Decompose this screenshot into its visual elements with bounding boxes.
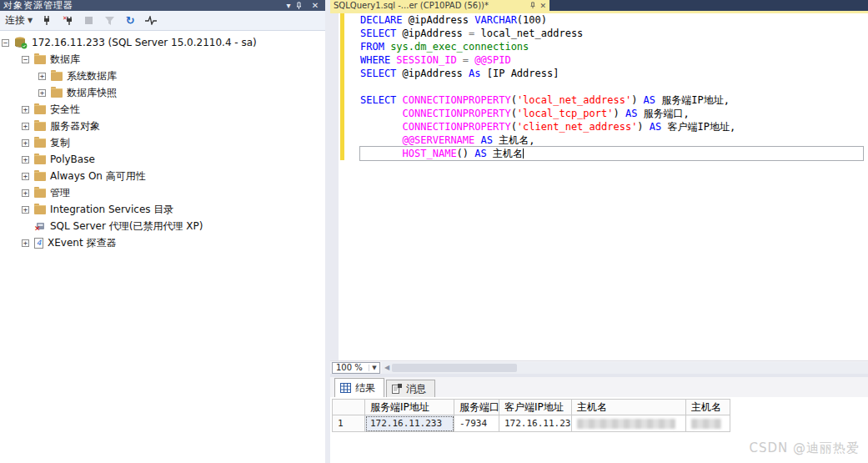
code-line[interactable]: CONNECTIONPROPERTY('local_tcp_port') AS … bbox=[360, 107, 863, 120]
expand-icon[interactable]: + bbox=[22, 173, 29, 180]
tree-item-label: 数据库快照 bbox=[67, 86, 117, 100]
stop-connection-icon[interactable]: ✕ bbox=[61, 14, 74, 28]
object-explorer-title: 对象资源管理器 bbox=[3, 0, 282, 11]
tree-item[interactable]: +数据库快照 bbox=[0, 84, 325, 101]
sql-code-editor[interactable]: DECLARE @ipAddress VARCHAR(100)SELECT @i… bbox=[330, 13, 868, 360]
server-icon bbox=[14, 37, 28, 48]
tab-messages-label: 消息 bbox=[406, 382, 426, 396]
code-line[interactable]: SELECT CONNECTIONPROPERTY('local_net_add… bbox=[360, 93, 863, 107]
object-explorer-toolbar: 连接▼ ✕ ↻ bbox=[0, 11, 325, 31]
tree-item[interactable]: +PolyBase bbox=[0, 151, 325, 168]
code-token: DECLARE bbox=[360, 14, 403, 26]
svg-text:✕: ✕ bbox=[34, 224, 41, 232]
code-token: 'client_net_address' bbox=[517, 121, 638, 133]
grid-column-header[interactable]: 客户端IP地址 bbox=[499, 399, 572, 415]
tree-item[interactable]: +4XEvent 探查器 bbox=[0, 234, 325, 251]
horizontal-scrollbar[interactable]: ◀ bbox=[382, 362, 868, 374]
tree-item[interactable]: +Always On 高可用性 bbox=[0, 168, 325, 184]
grid-column-header[interactable]: 服务端口 bbox=[454, 399, 499, 415]
expand-icon[interactable]: + bbox=[38, 89, 46, 97]
grid-column-header[interactable]: 服务端IP地址 bbox=[365, 399, 454, 415]
close-icon[interactable]: ✕ bbox=[309, 1, 322, 11]
server-node[interactable]: − 172.16.11.233 (SQL Server 15.0.2110.4 … bbox=[0, 34, 325, 51]
tab-results-label: 结果 bbox=[355, 381, 375, 395]
code-line[interactable]: @@SERVERNAME AS 主机名, bbox=[360, 133, 863, 147]
activity-monitor-icon[interactable] bbox=[144, 14, 158, 28]
xevent-icon: 4 bbox=[34, 238, 43, 249]
tree-item[interactable]: +系统数据库 bbox=[0, 68, 325, 84]
code-line[interactable]: CONNECTIONPROPERTY('client_net_address')… bbox=[360, 120, 863, 133]
tree-item[interactable]: ✕SQL Server 代理(已禁用代理 XP) bbox=[0, 218, 325, 234]
code-token: (100) bbox=[517, 14, 547, 26]
connect-button[interactable]: 连接▼ bbox=[5, 13, 33, 28]
collapse-icon[interactable]: − bbox=[22, 56, 29, 63]
tree-item[interactable]: +复制 bbox=[0, 134, 325, 151]
grid-cell[interactable]: 172.16.11.233 bbox=[365, 415, 454, 432]
code-line[interactable]: DECLARE @ipAddress VARCHAR(100) bbox=[360, 13, 863, 27]
code-line[interactable]: FROM sys.dm_exec_connections bbox=[360, 40, 863, 53]
grid-column-header[interactable]: 主机名 bbox=[572, 399, 686, 415]
tab-title: SQLQuery1.sql -...er (CP10PAD (56))* bbox=[334, 1, 526, 10]
query-document-tab[interactable]: SQLQuery1.sql -...er (CP10PAD (56))* ✕ bbox=[330, 0, 549, 11]
tree-item[interactable]: +管理 bbox=[0, 184, 325, 201]
code-line[interactable]: SELECT @ipAddress As [IP Address] bbox=[360, 67, 863, 80]
expand-icon[interactable]: + bbox=[22, 189, 29, 197]
filter-icon bbox=[103, 14, 116, 28]
code-token: AS bbox=[625, 108, 637, 119]
code-line[interactable]: WHERE SESSION_ID = @@SPID bbox=[360, 53, 863, 67]
close-icon[interactable]: ✕ bbox=[539, 2, 546, 10]
grid-cell[interactable]: -7934 bbox=[454, 415, 499, 432]
tree-item-label: 服务器对象 bbox=[50, 119, 100, 133]
redacted-value bbox=[577, 419, 675, 429]
folder-icon bbox=[34, 138, 46, 148]
expand-icon[interactable]: + bbox=[22, 106, 29, 113]
grid-cell[interactable]: 172.16.11.233 bbox=[499, 415, 572, 432]
sql-code[interactable]: DECLARE @ipAddress VARCHAR(100)SELECT @i… bbox=[360, 13, 863, 160]
grid-column-header[interactable]: 主机名 bbox=[686, 399, 730, 415]
tree-item[interactable]: +服务器对象 bbox=[0, 118, 325, 134]
redacted-value bbox=[691, 419, 721, 429]
disconnect-icon[interactable] bbox=[40, 14, 53, 28]
expand-icon[interactable]: + bbox=[22, 156, 29, 164]
tab-results[interactable]: 结果 bbox=[334, 378, 384, 397]
window-position-menu-icon[interactable]: ▾ bbox=[282, 1, 295, 11]
code-token bbox=[360, 121, 403, 133]
expand-icon[interactable]: + bbox=[22, 239, 29, 247]
results-grid[interactable]: 服务端IP地址服务端口客户端IP地址主机名主机名1172.16.11.233-7… bbox=[332, 399, 868, 432]
code-token: FROM bbox=[360, 41, 384, 53]
expand-icon[interactable]: + bbox=[38, 73, 46, 80]
tree-item[interactable]: +Integration Services 目录 bbox=[0, 201, 325, 218]
expand-icon[interactable]: + bbox=[22, 139, 29, 147]
code-token: sys.dm_exec_connections bbox=[390, 41, 529, 53]
code-token bbox=[457, 54, 463, 66]
folder-icon bbox=[34, 172, 46, 181]
scroll-left-icon[interactable]: ◀ bbox=[382, 364, 392, 371]
pin-icon[interactable] bbox=[295, 2, 309, 10]
zoom-level-select[interactable]: 100 % ▼ bbox=[332, 362, 380, 374]
grid-row-number[interactable]: 1 bbox=[332, 415, 365, 432]
code-line[interactable]: SELECT @ipAddress = local_net_address bbox=[360, 27, 863, 40]
tab-messages[interactable]: 消息 bbox=[386, 380, 435, 397]
tree-item[interactable]: −数据库 bbox=[0, 51, 325, 68]
tree-item[interactable]: +安全性 bbox=[0, 101, 325, 118]
code-token: ( bbox=[511, 108, 517, 119]
code-token: @@SPID bbox=[474, 54, 510, 66]
chevron-down-icon: ▼ bbox=[369, 365, 379, 371]
code-token: VARCHAR bbox=[474, 14, 517, 26]
grid-column-header[interactable] bbox=[332, 399, 365, 415]
pin-icon[interactable] bbox=[529, 2, 536, 9]
grid-cell-redacted[interactable] bbox=[572, 415, 686, 432]
grid-cell-redacted[interactable] bbox=[686, 415, 730, 432]
expand-icon[interactable]: + bbox=[22, 206, 29, 214]
expand-icon[interactable]: + bbox=[22, 123, 29, 130]
code-token: SELECT bbox=[360, 68, 396, 79]
tree-item-label: 系统数据库 bbox=[67, 69, 117, 83]
refresh-icon[interactable]: ↻ bbox=[123, 14, 137, 28]
code-token: ) bbox=[613, 108, 625, 119]
code-token: local_net_address bbox=[474, 28, 583, 39]
code-line[interactable] bbox=[360, 80, 863, 93]
scrollbar-thumb[interactable] bbox=[392, 364, 517, 372]
collapse-icon[interactable]: − bbox=[2, 39, 9, 47]
code-line-current[interactable]: HOST_NAME() AS 主机名 bbox=[360, 147, 863, 160]
text-caret bbox=[523, 148, 524, 159]
